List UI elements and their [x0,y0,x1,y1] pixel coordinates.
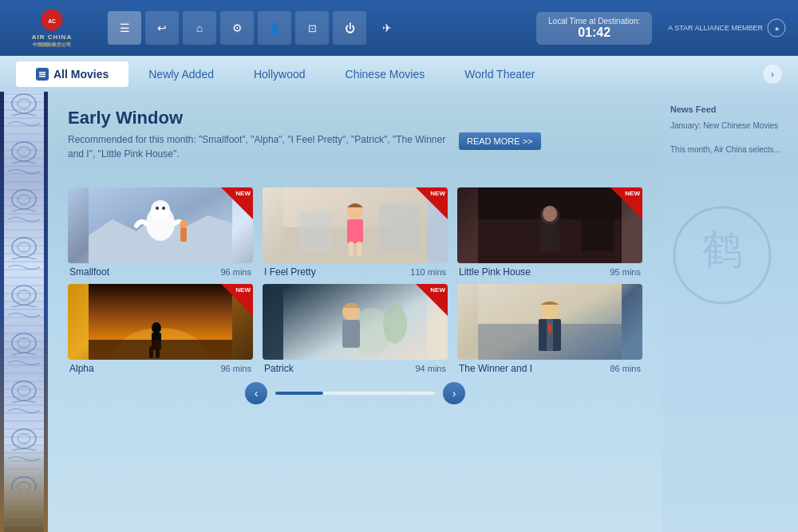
settings-button[interactable]: ⚙ [220,11,254,45]
right-panel-watermark: 鹤 [670,203,790,310]
nav-icons: ☰ ↩ ⌂ ⚙ 👤 ⊡ ⏻ ✈ [108,11,528,45]
movie-info-smallfoot: Smallfoot 96 mins [68,266,253,278]
movie-title: Smallfoot [69,266,109,278]
tab-icon [36,68,49,81]
movie-thumb-winner [457,284,642,360]
pagination: ‹ › [68,382,642,404]
svg-point-17 [180,220,188,228]
movie-info-alpha: Alpha 96 mins [68,363,253,374]
movie-thumb-alpha: NEW [68,284,253,360]
movie-thumb-patrick: NEW [263,284,448,360]
new-badge: NEW [430,190,445,197]
right-panel: News Feed January: New Chinese Movies Th… [662,92,798,532]
tabs-scroll-right[interactable]: › [763,65,782,84]
svg-rect-29 [540,224,559,252]
page-indicator [275,392,323,395]
movie-title: The Winner and I [459,363,532,374]
movie-card-winner[interactable]: The Winner and I 86 mins [457,284,642,374]
movie-title: I Feel Pretty [264,266,316,278]
logo-area: AC AIR CHINA 中国国际航空公司 [12,8,92,48]
svg-text:★: ★ [774,26,780,33]
tab-world-theater[interactable]: World Theater [444,61,555,87]
movie-card-patrick[interactable]: NEW Patrick 94 mins [263,284,448,374]
svg-rect-5 [39,72,45,73]
content-area: Early Window Recommended for this month:… [48,92,662,532]
movie-duration: 96 mins [220,364,251,373]
read-more-button[interactable]: READ MORE >> [459,132,541,150]
svg-rect-23 [347,219,363,243]
movie-card-smallfoot[interactable]: NEW Smallfoot 96 mins [68,187,253,278]
right-panel-text: January: New Chinese Movies This month, … [670,120,790,156]
svg-point-34 [152,322,161,333]
main-screen: AC AIR CHINA 中国国际航空公司 ☰ ↩ ⌂ ⚙ 👤 [0,0,798,532]
back-button[interactable]: ↩ [145,11,179,45]
left-decoration [0,92,48,532]
section-title: Early Window [68,108,642,128]
movie-duration: 94 mins [415,364,446,373]
svg-rect-6 [39,73,45,75]
decorative-scroll [4,92,44,532]
movies-grid: NEW Smallfoot 96 mins [68,187,642,374]
section-description-row: Recommended for this month: "Smallfoot",… [68,132,642,173]
movie-title: Alpha [69,363,94,374]
menu-button[interactable]: ☰ [108,11,141,45]
new-badge: NEW [430,286,445,294]
svg-rect-10 [4,92,44,491]
svg-rect-21 [379,203,419,251]
new-badge: NEW [235,190,251,197]
right-panel-title: News Feed [670,104,790,116]
svg-text:鹤: 鹤 [702,227,742,272]
svg-rect-16 [180,227,187,242]
movie-duration: 96 mins [220,267,251,277]
plane-icon: ✈ [370,11,404,45]
main-content: Early Window Recommended for this month:… [0,92,798,532]
svg-point-14 [156,207,159,210]
movie-info-patrick: Patrick 94 mins [263,363,448,374]
svg-rect-7 [39,76,45,77]
movie-duration: 110 mins [410,267,446,277]
tab-newly-added[interactable]: Newly Added [128,61,234,87]
movie-title: Patrick [264,363,294,374]
svg-rect-31 [582,203,614,251]
svg-rect-24 [349,242,354,256]
star-alliance-logo: ★ [767,18,786,37]
tab-all-movies[interactable]: All Movies [16,61,128,87]
page-bar [275,392,435,395]
svg-point-15 [162,207,165,210]
air-china-logo: AC [40,8,64,32]
svg-rect-42 [342,320,360,348]
new-badge: NEW [625,190,640,197]
new-badge: NEW [235,286,251,294]
star-alliance: A STAR ALLIANCE MEMBER ★ [668,18,786,37]
svg-rect-25 [357,242,361,256]
screen-button[interactable]: ⊡ [295,11,329,45]
svg-point-13 [151,200,170,219]
movie-title: Little Pink House [459,266,531,278]
movie-thumb-smallfoot: NEW [68,187,253,263]
tab-hollywood[interactable]: Hollywood [234,61,326,87]
svg-text:AC: AC [48,18,56,24]
header: AC AIR CHINA 中国国际航空公司 ☰ ↩ ⌂ ⚙ 👤 [0,0,798,56]
movie-thumb-little-house: NEW [457,187,642,263]
movie-card-feel-pretty[interactable]: NEW I Feel Pretty 110 mins [263,187,448,278]
svg-rect-20 [299,211,331,251]
movie-info-feel-pretty: I Feel Pretty 110 mins [263,266,448,278]
next-page-button[interactable]: › [443,382,465,404]
section-description: Recommended for this month: "Smallfoot",… [68,132,451,161]
tab-chinese-movies[interactable]: Chinese Movies [326,61,445,87]
movie-card-alpha[interactable]: NEW Alpha 96 mins [68,284,253,374]
movie-thumb-feel-pretty: NEW [263,187,448,263]
logo-text: AIR CHINA 中国国际航空公司 [32,33,72,48]
power-button[interactable]: ⏻ [333,11,366,45]
svg-point-40 [383,304,407,344]
home-button[interactable]: ⌂ [183,11,216,45]
tabs-bar: All Movies Newly Added Hollywood Chinese… [0,56,798,92]
time-display: Local Time at Destination: 01:42 [536,12,652,45]
prev-page-button[interactable]: ‹ [245,382,267,404]
movie-duration: 95 mins [610,267,641,277]
svg-point-30 [543,206,557,222]
movie-info-winner: The Winner and I 86 mins [457,363,642,374]
movie-card-little-house[interactable]: NEW Little Pink House 95 mins [457,187,642,278]
movie-duration: 86 mins [610,364,641,373]
user-button[interactable]: 👤 [258,11,291,45]
